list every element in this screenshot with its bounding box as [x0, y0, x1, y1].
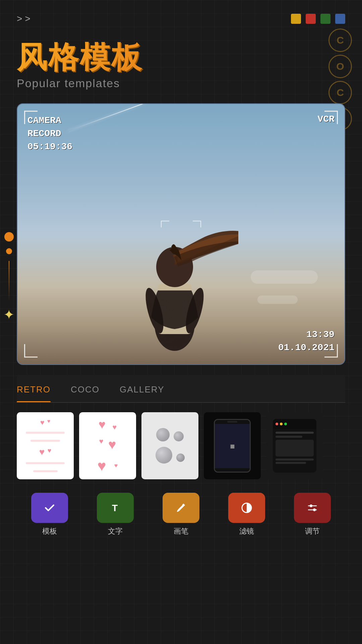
page-title-en: Popular templates — [17, 77, 345, 90]
page-title-zh: 风格模板 — [17, 41, 345, 74]
airplane-trail — [68, 103, 210, 131]
tool-brush[interactable]: 画笔 — [148, 493, 214, 536]
side-star-icon: ✦ — [3, 308, 15, 321]
breadcrumb: > > — [17, 13, 31, 24]
template-item-1[interactable]: ♥ ♥ ♥ ♥ — [17, 412, 74, 479]
bubble-4 — [176, 453, 185, 462]
tool-text-icon: T — [97, 493, 134, 523]
cloud-1 — [251, 270, 318, 284]
tool-filter-icon — [228, 493, 265, 523]
tab-coco[interactable]: COCO — [71, 375, 100, 402]
template-item-4[interactable]: ◼ — [204, 412, 261, 479]
heart-xs-1: ♥ — [114, 462, 118, 469]
cloud-2 — [257, 296, 298, 304]
template-grid: ♥ ♥ ♥ ♥ ♥ ♥ ♥ ♥ ♥ ♥ — [0, 403, 362, 486]
template-item-3[interactable] — [141, 412, 198, 479]
app-screenshot — [273, 419, 316, 473]
tool-text[interactable]: T 文字 — [82, 493, 148, 536]
side-decorations: ✦ — [3, 232, 15, 321]
bubble-2 — [174, 431, 184, 441]
color-dot-blue[interactable] — [335, 14, 345, 24]
tab-container: RETRO COCO GALLERY — [17, 375, 345, 403]
heart-sm-1: ♥ — [112, 423, 117, 432]
text-line-4 — [33, 470, 58, 472]
side-dot-small — [6, 248, 12, 254]
heart-lg-2: ♥ — [108, 437, 116, 452]
phone-frame: ◼ — [214, 419, 251, 473]
breadcrumb-arrow-1[interactable]: > — [17, 13, 22, 24]
heart-icon-3: ♥ — [39, 447, 45, 458]
coco-o1: O — [328, 55, 352, 78]
side-line — [9, 261, 9, 301]
tool-template[interactable]: 模板 — [17, 493, 82, 536]
heart-icon-1: ♥ — [40, 418, 45, 427]
color-dot-red[interactable] — [306, 14, 316, 24]
bubble-1 — [156, 428, 170, 441]
coco-c2: C — [328, 81, 352, 104]
coco-c1: C — [328, 29, 352, 52]
heart-icon-2: ♥ — [47, 418, 51, 427]
template-item-5[interactable] — [266, 412, 323, 479]
svg-text:T: T — [112, 503, 118, 513]
bottom-toolbar: 模板 T 文字 画笔 — [0, 486, 362, 553]
main-preview-image: CAMERA RECORD 05:19:36 VCR 13:39 01.10.2… — [17, 103, 345, 365]
svg-point-11 — [313, 508, 316, 511]
heart-lg-1: ♥ — [99, 418, 106, 432]
text-line-3 — [26, 462, 65, 464]
header: > > — [0, 0, 362, 31]
tool-adjust-icon — [294, 493, 331, 523]
svg-point-9 — [310, 504, 312, 507]
bubble-3 — [156, 447, 172, 464]
text-line-2 — [31, 440, 60, 442]
title-section: 风格模板 Popular templates C O C O — [0, 31, 362, 93]
tool-brush-label: 画笔 — [174, 526, 188, 536]
tool-text-label: 文字 — [108, 526, 123, 536]
heart-icon-4: ♥ — [47, 447, 51, 458]
tool-filter-label: 滤镜 — [239, 526, 254, 536]
color-dot-green[interactable] — [320, 14, 330, 24]
breadcrumb-arrow-2[interactable]: > — [25, 13, 30, 24]
tab-gallery[interactable]: GALLERY — [120, 375, 164, 402]
heart-xl-1: ♥ — [98, 458, 106, 474]
heart-sm-2: ♥ — [99, 437, 104, 452]
tool-filter[interactable]: 滤镜 — [214, 493, 280, 536]
tool-brush-icon — [163, 493, 199, 523]
side-dot-large — [4, 232, 14, 241]
color-palette-bar — [291, 14, 345, 24]
tool-template-label: 模板 — [42, 526, 57, 536]
tab-retro[interactable]: RETRO — [17, 375, 51, 402]
person-silhouette-svg — [111, 156, 238, 364]
color-dot-amber[interactable] — [291, 14, 301, 24]
tool-adjust-label: 调节 — [305, 526, 320, 536]
tool-adjust[interactable]: 调节 — [280, 493, 345, 536]
tool-template-icon — [31, 493, 68, 523]
tabs: RETRO COCO GALLERY — [17, 375, 345, 402]
template-item-2[interactable]: ♥ ♥ ♥ ♥ ♥ ♥ — [79, 412, 136, 479]
text-line-1 — [26, 432, 65, 434]
